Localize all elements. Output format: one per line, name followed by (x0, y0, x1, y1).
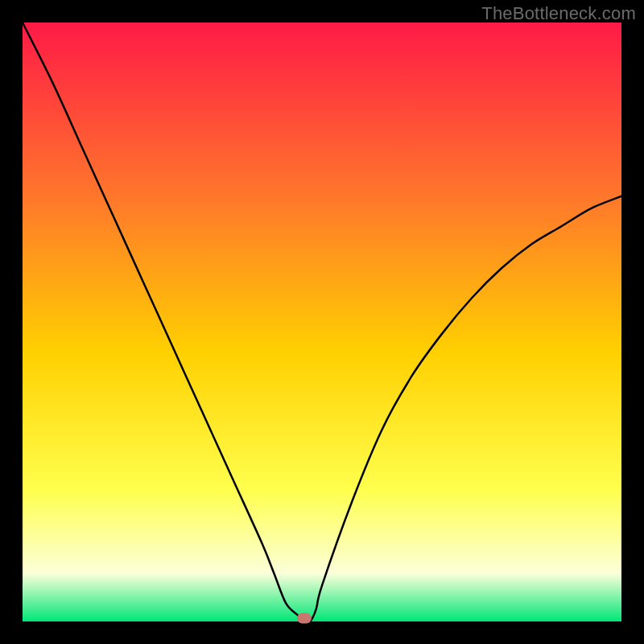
plot-svg (23, 23, 621, 621)
watermark-text: TheBottleneck.com (481, 3, 636, 24)
gradient-background (23, 23, 621, 621)
chart-frame: TheBottleneck.com (0, 0, 644, 644)
optimum-marker (297, 613, 312, 624)
plot-area (23, 23, 621, 621)
